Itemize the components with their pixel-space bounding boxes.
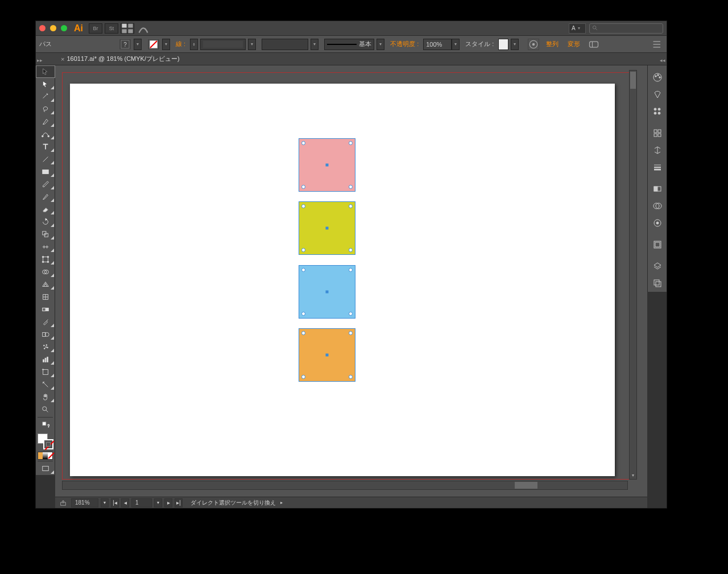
zoom-tool[interactable] [36, 403, 55, 416]
stroke-swatch[interactable] [147, 39, 160, 50]
scale-tool[interactable] [36, 228, 55, 241]
free-transform-tool[interactable] [36, 253, 55, 266]
minimize-window-button[interactable] [50, 25, 56, 31]
brush-profile[interactable]: 基本 [324, 39, 374, 50]
stroke-profile[interactable] [200, 39, 246, 50]
artboards-panel-button[interactable] [648, 275, 667, 292]
prev-artboard-button[interactable]: ◂ [121, 498, 129, 507]
selection-tool[interactable] [36, 65, 55, 78]
anchor-point[interactable] [349, 185, 353, 189]
graphic-styles-panel-button[interactable] [648, 236, 667, 253]
rectangle-tool[interactable] [36, 166, 55, 178]
recolor-artwork-button[interactable] [528, 39, 539, 50]
anchor-point[interactable] [349, 375, 353, 379]
brush-profile-dropdown[interactable] [377, 39, 384, 50]
line-segment-tool[interactable] [36, 153, 55, 166]
mesh-tool[interactable] [36, 291, 55, 303]
horizontal-scrollbar[interactable] [62, 481, 628, 490]
stroke-profile-dropdown[interactable] [248, 39, 256, 50]
vertical-scrollbar[interactable]: ▾ [629, 70, 637, 480]
stock-button[interactable]: St [105, 23, 118, 34]
symbols-panel-button[interactable] [648, 142, 667, 159]
center-point[interactable] [326, 164, 329, 167]
perspective-grid-tool[interactable] [36, 278, 55, 291]
hand-tool[interactable] [36, 391, 55, 403]
color-mode-row[interactable] [38, 452, 53, 460]
brush-definition-empty[interactable] [262, 39, 308, 50]
opacity-label[interactable]: 不透明度 : [390, 40, 419, 48]
transform-label[interactable]: 変形 [568, 40, 580, 48]
width-tool[interactable] [36, 241, 55, 253]
fill-stroke-default-button[interactable]: ? [36, 419, 55, 431]
magic-wand-tool[interactable] [36, 90, 55, 103]
first-artboard-button[interactable]: |◂ [111, 498, 119, 507]
yellow-rect[interactable] [299, 201, 355, 255]
artboard-dropdown[interactable]: ▾ [154, 498, 162, 507]
arrange-documents-button[interactable] [121, 23, 134, 34]
stroke-swatch-large[interactable] [43, 439, 53, 449]
artboard[interactable] [70, 84, 615, 476]
pencil-tool[interactable] [36, 191, 55, 203]
anchor-point[interactable] [301, 312, 305, 316]
workspace-switcher[interactable]: A ▾ [569, 23, 586, 34]
vertical-scrollbar-down[interactable]: ▾ [630, 471, 636, 479]
blue-rect[interactable] [299, 265, 355, 319]
gradient-panel-button[interactable] [648, 180, 667, 197]
column-graph-tool[interactable] [36, 353, 55, 366]
color-guide-panel-button[interactable] [648, 86, 667, 103]
graphic-style-dropdown[interactable] [511, 39, 519, 50]
anchor-point[interactable] [301, 141, 305, 145]
eyedropper-tool[interactable] [36, 316, 55, 328]
appearance-panel-button[interactable] [648, 214, 667, 232]
center-point[interactable] [326, 354, 329, 357]
center-point[interactable] [326, 227, 329, 230]
gpu-preview-button[interactable] [136, 23, 150, 34]
close-tab-button[interactable]: × [61, 56, 64, 63]
anchor-point[interactable] [349, 268, 353, 272]
direct-selection-tool[interactable] [36, 78, 55, 90]
fill-swatch[interactable]: ? [119, 39, 131, 50]
zoom-dropdown[interactable]: ▾ [101, 498, 109, 507]
anchor-point[interactable] [301, 204, 305, 208]
controlbar-menu-button[interactable] [652, 39, 663, 50]
swatches-panel-button[interactable] [648, 103, 667, 120]
anchor-point[interactable] [301, 268, 305, 272]
stroke-label[interactable]: 線 : [176, 40, 185, 48]
shape-builder-tool[interactable] [36, 266, 55, 278]
horizontal-scrollbar-thumb[interactable] [515, 482, 537, 489]
curvature-tool[interactable] [36, 128, 55, 141]
slice-tool[interactable] [36, 378, 55, 391]
fill-dropdown[interactable] [134, 39, 142, 50]
rotate-tool[interactable] [36, 216, 55, 228]
last-artboard-button[interactable]: ▸| [175, 498, 183, 507]
screen-mode-button[interactable] [36, 462, 55, 475]
zoom-level-input[interactable]: 181% [71, 498, 98, 507]
layers-panel-button[interactable] [648, 258, 667, 275]
pink-rect[interactable] [299, 138, 355, 192]
stroke-weight-stepper[interactable] [190, 39, 198, 50]
collapse-right-icon[interactable]: ◂◂ [660, 57, 665, 63]
collapse-left-icon[interactable]: ▸▸ [37, 57, 43, 63]
artboard-number-input[interactable]: 1 [131, 498, 152, 507]
bridge-button[interactable]: Br [89, 23, 102, 34]
color-panel-button[interactable] [648, 69, 667, 86]
next-artboard-button[interactable]: ▸ [164, 498, 172, 507]
align-label[interactable]: 整列 [546, 40, 559, 48]
anchor-point[interactable] [301, 185, 305, 189]
gradient-tool[interactable] [36, 303, 55, 316]
opacity-input[interactable]: 100% [423, 39, 452, 50]
maximize-window-button[interactable] [61, 25, 67, 31]
vertical-scrollbar-thumb[interactable] [630, 72, 636, 89]
status-hint-dropdown[interactable]: ▸ [280, 500, 283, 505]
anchor-point[interactable] [349, 141, 353, 145]
brush-definition-dropdown[interactable] [311, 39, 318, 50]
brushes-panel-button[interactable] [648, 125, 667, 142]
isolate-button[interactable] [588, 39, 599, 50]
anchor-point[interactable] [301, 375, 305, 379]
transparency-panel-button[interactable] [648, 197, 667, 214]
anchor-point[interactable] [301, 248, 305, 252]
search-input[interactable] [589, 23, 663, 34]
anchor-point[interactable] [301, 331, 305, 335]
pen-tool[interactable] [36, 115, 55, 128]
paintbrush-tool[interactable] [36, 178, 55, 191]
